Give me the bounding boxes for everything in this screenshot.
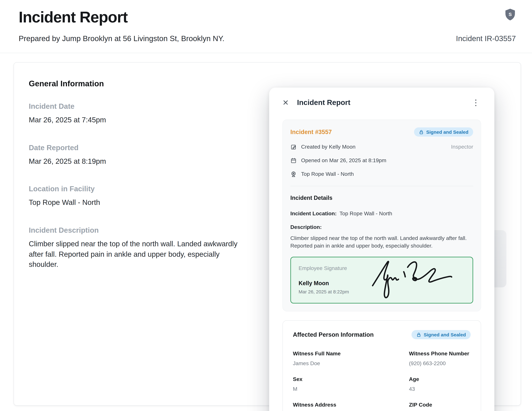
affected-top-row: Affected Person Information Signed and S… xyxy=(293,330,471,339)
affected-person-heading: Affected Person Information xyxy=(293,331,374,338)
page-header: Incident Report Prepared by Jump Brookly… xyxy=(0,0,532,53)
affected-person-card: Affected Person Information Signed and S… xyxy=(283,320,481,411)
lock-icon xyxy=(416,332,421,337)
incident-details-heading: Incident Details xyxy=(290,195,473,201)
incident-report-modal: ✕ Incident Report ⋮ Incident #3557 Signe… xyxy=(269,88,494,411)
general-information-title: General Information xyxy=(29,79,506,88)
field-value: M xyxy=(293,386,409,392)
incident-reference: Incident IR-03557 xyxy=(456,34,516,43)
badge-label: Signed and Sealed xyxy=(424,332,466,337)
page-subtitle: Prepared by Jump Brooklyn at 56 Livingst… xyxy=(19,34,224,43)
field-sex: Sex M xyxy=(293,376,409,392)
shield-icon: S xyxy=(504,8,516,21)
incident-summary-card: Incident #3557 Signed and Sealed Created… xyxy=(283,120,481,312)
field-witness-phone: Witness Phone Number (920) 663-2200 xyxy=(409,351,471,367)
pencil-square-icon xyxy=(290,144,297,150)
description-text: Climber slipped near the top of the nort… xyxy=(290,234,473,250)
field-value: Climber slipped near the top of the nort… xyxy=(29,239,238,270)
summary-top-row: Incident #3557 Signed and Sealed xyxy=(290,127,473,137)
modal-title: Incident Report xyxy=(297,98,350,107)
page-title: Incident Report xyxy=(19,8,128,26)
lock-icon xyxy=(419,130,424,134)
kebab-menu-icon[interactable]: ⋮ xyxy=(471,99,481,107)
calendar-icon xyxy=(290,158,297,164)
modal-header: ✕ Incident Report ⋮ xyxy=(283,98,481,107)
page: Incident Report Prepared by Jump Brookly… xyxy=(0,0,532,411)
creator-role: Inspector xyxy=(451,144,473,150)
incident-location-row: Incident Location:Top Rope Wall - North xyxy=(290,211,473,217)
location-row: Top Rope Wall - North xyxy=(290,171,473,177)
opened-on-row: Opened on Mar 26, 2025 at 8:19pm xyxy=(290,158,473,164)
incident-location: Top Rope Wall - North xyxy=(301,171,354,177)
handwritten-signature xyxy=(364,258,459,303)
signed-sealed-badge: Signed and Sealed xyxy=(414,127,473,137)
field-label: Witness Full Name xyxy=(293,351,409,357)
field-label: Witness Phone Number xyxy=(409,351,471,357)
field-zip-code: ZIP Code xyxy=(409,402,471,411)
employee-signature-box: Employee Signature Kelly Moon Mar 26, 20… xyxy=(290,257,473,304)
created-by-row: Created by Kelly Moon Inspector xyxy=(290,144,473,150)
field-label: Sex xyxy=(293,376,409,383)
incident-location-value: Top Rope Wall - North xyxy=(340,211,392,216)
description-label: Description: xyxy=(290,224,473,231)
field-label: Witness Address xyxy=(293,402,409,408)
field-label: ZIP Code xyxy=(409,402,471,408)
shield-letter: S xyxy=(509,12,512,17)
incident-number: Incident #3557 xyxy=(290,129,332,135)
divider xyxy=(290,186,473,186)
ferris-wheel-icon xyxy=(290,171,297,177)
field-witness-address: Witness Address xyxy=(293,402,409,411)
created-by: Created by Kelly Moon xyxy=(301,144,355,150)
field-value: 43 xyxy=(409,386,471,392)
signed-sealed-badge: Signed and Sealed xyxy=(411,330,471,339)
close-icon[interactable]: ✕ xyxy=(283,99,289,106)
field-value: (920) 663-2200 xyxy=(409,361,471,367)
opened-on: Opened on Mar 26, 2025 at 8:19pm xyxy=(301,158,386,164)
incident-location-label: Incident Location: xyxy=(290,211,337,216)
badge-label: Signed and Sealed xyxy=(426,129,468,135)
field-value: James Doe xyxy=(293,361,409,367)
field-witness-full-name: Witness Full Name James Doe xyxy=(293,351,409,367)
field-age: Age 43 xyxy=(409,376,471,392)
affected-person-grid: Witness Full Name James Doe Witness Phon… xyxy=(293,351,471,411)
field-label: Age xyxy=(409,376,471,383)
